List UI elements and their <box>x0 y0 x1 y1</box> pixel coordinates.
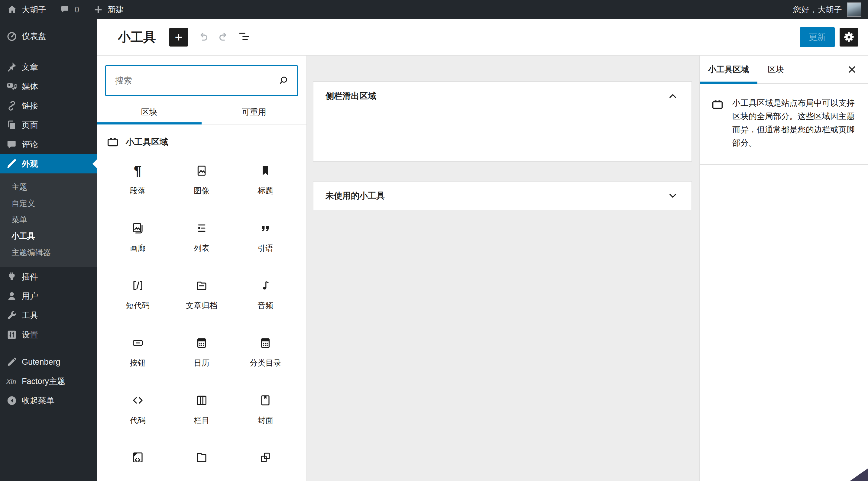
categories-icon <box>258 335 273 351</box>
update-button[interactable]: 更新 <box>800 27 835 47</box>
dashboard-icon <box>6 31 18 42</box>
sidebar-item-plugins[interactable]: 插件 <box>0 267 97 286</box>
plus-icon <box>93 4 103 15</box>
brush-icon <box>6 158 18 169</box>
block-item-code[interactable]: 代码 <box>106 380 169 438</box>
submenu-item-customize[interactable]: 自定义 <box>0 195 97 212</box>
sidebar-item-pages[interactable]: 页面 <box>0 116 97 135</box>
block-item-columns[interactable]: 栏目 <box>169 380 233 438</box>
block-item-quote[interactable]: 引语 <box>234 208 298 265</box>
submenu-item-themes[interactable]: 主题 <box>0 179 97 195</box>
widget-area-panel-inactive-widgets: 未使用的小工具 <box>313 181 692 210</box>
new-label: 新建 <box>107 4 124 15</box>
appearance-submenu: 主题 自定义 菜单 小工具 主题编辑器 <box>0 173 97 267</box>
comment-bubble-icon <box>60 4 70 15</box>
sidebar-item-comments[interactable]: 评论 <box>0 135 97 154</box>
comments-shortcut[interactable]: 0 <box>60 4 79 15</box>
collapse-icon <box>6 395 18 406</box>
list-icon <box>194 221 209 236</box>
block-item-shortcode[interactable]: 短代码 <box>106 265 169 323</box>
block-item-file[interactable] <box>169 438 233 481</box>
menu-separator <box>0 345 97 352</box>
block-item-categories[interactable]: 分类目录 <box>234 323 298 380</box>
block-item-image[interactable]: 图像 <box>169 151 233 208</box>
undo-button[interactable] <box>196 29 210 45</box>
submenu-item-widgets[interactable]: 小工具 <box>0 228 97 244</box>
cover-icon <box>258 393 273 408</box>
block-item-cover[interactable]: 封面 <box>234 380 298 438</box>
block-item-archives[interactable]: 文章归档 <box>169 265 233 323</box>
widget-areas-description: 小工具区域是站点布局中可以支持区块的全局部分。这些区域因主题而异，但通常都是您的… <box>732 96 857 150</box>
sidebar-item-xin-factory[interactable]: Xin Factory主题 <box>0 372 97 391</box>
page-title: 小工具 <box>118 29 156 45</box>
code-icon <box>130 393 145 408</box>
group-icon <box>258 450 273 462</box>
sidebar-item-links[interactable]: 链接 <box>0 96 97 116</box>
comments-icon <box>6 139 18 150</box>
custom-html-icon <box>130 450 145 462</box>
block-item-audio[interactable]: 音频 <box>234 265 298 323</box>
chevron-down-icon[interactable] <box>666 189 679 202</box>
tab-blocks[interactable]: 区块 <box>97 100 202 124</box>
home-icon <box>7 4 18 15</box>
panel-header[interactable]: 未使用的小工具 <box>313 182 691 210</box>
tab-block[interactable]: 区块 <box>768 64 784 75</box>
block-item-group[interactable] <box>234 438 298 481</box>
block-item-gallery[interactable]: 画廊 <box>106 208 169 265</box>
block-grid: ¶ 段落 图像 标题 画廊 列表 引语 短代码 文章归档 <box>97 151 306 481</box>
shortcode-icon <box>130 278 145 293</box>
sliders-icon <box>6 329 18 341</box>
admin-bar: 大胡子 0 新建 您好，大胡子 <box>0 0 868 19</box>
media-icon <box>6 81 18 92</box>
close-sidebar-button[interactable] <box>843 61 861 78</box>
calendar-icon <box>194 335 209 351</box>
widget-area-icon <box>106 135 120 149</box>
block-item-list[interactable]: 列表 <box>169 208 233 265</box>
block-inserter-toggle-button[interactable]: + <box>169 28 188 46</box>
editor-header: 小工具 + 更新 <box>97 19 868 56</box>
site-name: 大胡子 <box>22 4 46 15</box>
redo-button[interactable] <box>216 29 231 45</box>
quote-icon <box>258 221 273 236</box>
submenu-item-theme-editor[interactable]: 主题编辑器 <box>0 244 97 260</box>
widgets-canvas: 侧栏滑出区域 未使用的小工具 <box>307 56 699 481</box>
block-item-custom-html[interactable] <box>106 438 169 481</box>
tab-widget-areas[interactable]: 小工具区域 <box>700 64 757 75</box>
chevron-up-icon[interactable] <box>666 90 679 103</box>
block-item-heading[interactable]: 标题 <box>234 151 298 208</box>
paragraph-icon: ¶ <box>134 163 142 178</box>
sidebar-item-users[interactable]: 用户 <box>0 286 97 306</box>
search-input[interactable] <box>105 65 298 96</box>
sidebar-item-gutenberg[interactable]: Gutenberg <box>0 352 97 372</box>
list-view-button[interactable] <box>237 29 251 45</box>
plugin-icon <box>6 271 18 283</box>
tab-reusable[interactable]: 可重用 <box>202 100 306 124</box>
sidebar-item-posts[interactable]: 文章 <box>0 57 97 77</box>
button-icon <box>130 335 145 351</box>
sidebar-item-appearance[interactable]: 外观 <box>0 154 97 173</box>
close-icon <box>846 63 858 75</box>
search-icon <box>277 75 289 87</box>
cursor-artifact <box>850 468 868 481</box>
panel-title: 侧栏滑出区域 <box>326 90 376 102</box>
block-item-calendar[interactable]: 日历 <box>169 323 233 380</box>
new-content-menu[interactable]: 新建 <box>93 4 124 15</box>
site-menu[interactable]: 大胡子 <box>7 4 46 15</box>
submenu-item-menus[interactable]: 菜单 <box>0 212 97 228</box>
section-title: 小工具区域 <box>126 136 168 148</box>
greeting: 您好，大胡子 <box>793 4 842 15</box>
gear-icon <box>842 31 856 44</box>
panel-header[interactable]: 侧栏滑出区域 <box>313 82 691 110</box>
chain-link-icon <box>6 100 18 111</box>
sidebar-item-dashboard[interactable]: 仪表盘 <box>0 27 97 46</box>
settings-button[interactable] <box>840 28 858 46</box>
xin-logo-icon: Xin <box>6 376 18 387</box>
block-item-paragraph[interactable]: ¶ 段落 <box>106 151 169 208</box>
account-menu[interactable]: 您好，大胡子 <box>793 2 861 17</box>
sidebar-item-settings[interactable]: 设置 <box>0 325 97 345</box>
sidebar-item-media[interactable]: 媒体 <box>0 77 97 96</box>
sidebar-item-collapse-menu[interactable]: 收起菜单 <box>0 391 97 410</box>
sidebar-item-tools[interactable]: 工具 <box>0 306 97 325</box>
user-icon <box>6 290 18 302</box>
block-item-buttons[interactable]: 按钮 <box>106 323 169 380</box>
